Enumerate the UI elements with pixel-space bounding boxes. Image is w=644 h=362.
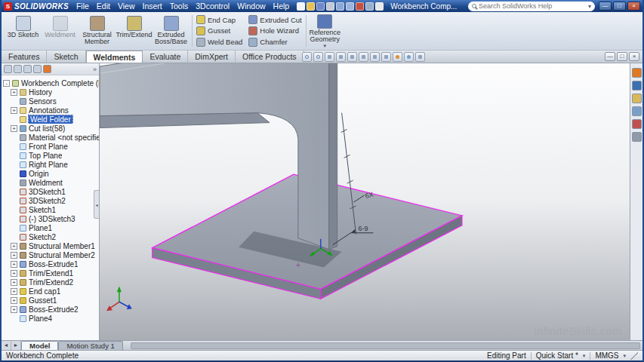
view-settings-icon[interactable] [415,52,425,62]
tree-item-gusset1[interactable]: +Gusset1 [2,296,99,305]
custom-properties-icon[interactable] [632,132,642,142]
expander-icon[interactable]: + [11,306,17,313]
menu-file[interactable]: File [72,1,93,11]
leg-side-face[interactable] [329,63,337,250]
expander-icon[interactable]: + [11,288,17,295]
search-box[interactable]: ▾ [468,2,595,11]
tree-item-annotations[interactable]: +Annotations [2,106,99,115]
tab-weldments[interactable]: Weldments [86,51,143,63]
menu-tools[interactable]: Tools [166,1,193,11]
search-input[interactable] [479,2,586,10]
tree-item-structural-member2[interactable]: +Structural Member2 [2,250,99,259]
tree-item-top-plane[interactable]: Top Plane [2,151,99,160]
tab-motion-study-1[interactable]: Motion Study 1 [58,341,122,350]
chevron-down-icon[interactable]: ▾ [324,43,327,49]
featuremanager-tab-icon[interactable] [4,65,12,73]
overflow-chevron[interactable]: » [93,66,97,73]
tree-item-right-plane[interactable]: Right Plane [2,160,99,169]
solidworks-resources-icon[interactable] [632,68,642,78]
expander-icon[interactable]: + [11,279,17,286]
tab-office-products[interactable]: Office Products [236,51,304,63]
zoom-fit-icon[interactable] [302,52,312,62]
tree-item-sensors[interactable]: Sensors [2,97,99,106]
expander-icon[interactable]: + [11,261,17,268]
help-icon[interactable] [375,2,384,11]
ribbon-button-structural-member[interactable]: Structural Member [79,14,115,48]
tree-item-plane4[interactable]: Plane4 [2,314,99,323]
tab-scroll-left-button[interactable]: ◄ [2,341,11,350]
menu-insert[interactable]: Insert [138,1,165,11]
print-icon[interactable] [326,2,334,11]
menu-window[interactable]: Window [233,1,269,11]
menu-edit[interactable]: Edit [93,1,114,11]
displaymanager-tab-icon[interactable] [43,65,51,73]
tree-item-boss-extrude2[interactable]: +Boss-Extrude2 [2,305,99,314]
tree-item-structural-member1[interactable]: +Structural Member1 [2,241,99,250]
ribbon-button-weldment[interactable]: Weldment [42,14,78,48]
tree-item-3dsketch1[interactable]: 3DSketch1 [2,187,99,196]
tree-item-sketch1[interactable]: Sketch1 [2,205,99,214]
tab-dimxpert[interactable]: DimXpert [188,51,236,63]
display-style-icon[interactable] [370,52,380,62]
ribbon-button-weld-bead[interactable]: Weld Bead [196,38,242,47]
save-icon[interactable] [316,2,325,11]
new-icon[interactable] [297,2,305,11]
close-document-button[interactable]: × [629,52,639,61]
chevron-down-icon[interactable]: ▾ [583,353,586,359]
section-view-icon[interactable] [347,52,357,62]
pan-icon[interactable] [325,52,334,62]
ribbon-button-chamfer[interactable]: Chamfer [248,38,301,47]
expander-icon[interactable]: + [11,243,17,250]
hide-show-icon[interactable] [381,52,391,62]
viewport[interactable]: 6X 6-9 [100,63,630,340]
previous-view-icon[interactable] [336,52,346,62]
menu-help[interactable]: Help [270,1,294,11]
status-quick-start[interactable]: Quick Start * [536,351,578,360]
ribbon-button-3d-sketch[interactable]: 3D Sketch [5,14,41,48]
rebuild-icon[interactable] [356,2,364,11]
tree-item-3dsketch3[interactable]: (-) 3DSketch3 [2,214,99,223]
tree-item-3dsketch2[interactable]: 3DSketch2 [2,196,99,205]
expander-icon[interactable]: + [11,125,17,132]
tab-scroll-right-button[interactable]: ► [11,341,21,350]
maximize-button[interactable]: □ [613,2,626,11]
view-orientation-icon[interactable] [359,52,368,62]
tab-model[interactable]: Model [21,341,58,350]
tree-item-material-not-specified[interactable]: Material <not specified> [2,133,99,142]
expander-icon[interactable]: + [11,270,17,277]
resize-grip[interactable] [630,352,638,360]
ribbon-button-trim-extend[interactable]: Trim/Extend [116,14,152,48]
file-explorer-icon[interactable] [632,94,642,103]
panel-collapse-handle[interactable]: ◂ [94,190,99,219]
ribbon-button-extruded-boss-base[interactable]: Extruded Boss/Base [153,14,189,48]
tab-evaluate[interactable]: Evaluate [143,51,188,63]
edit-appearance-icon[interactable] [393,52,402,62]
close-button[interactable]: × [627,2,640,11]
menu-view[interactable]: View [114,1,139,11]
expander-icon[interactable]: - [3,80,10,87]
apply-scene-icon[interactable] [404,52,414,62]
tree-item-boss-extrude1[interactable]: +Boss-Extrude1 [2,259,99,268]
tree-item-trim-extend1[interactable]: +Trim/Extend1 [2,268,99,278]
configurationmanager-tab-icon[interactable] [23,65,32,73]
zoom-area-icon[interactable] [313,52,323,62]
ribbon-button-gusset[interactable]: Gusset [196,26,242,35]
ribbon-button-hole-wizard[interactable]: Hole Wizard [248,26,301,35]
restore-document-button[interactable]: □ [617,52,627,61]
tree-item-cut-list-58[interactable]: +Cut list(58) [2,124,99,133]
tree-item-weldment[interactable]: Weldment [2,178,99,187]
menu-3dcontrol[interactable]: 3Dcontrol [192,1,233,11]
redo-icon[interactable] [346,2,354,11]
tree-item-sketch2[interactable]: Sketch2 [2,232,99,241]
tree-item-workbench-complete-defau[interactable]: -Workbench Complete (Defau [2,78,99,87]
propertymanager-tab-icon[interactable] [14,65,22,73]
expander-icon[interactable]: + [11,297,17,304]
view-palette-icon[interactable] [632,106,642,116]
tree-item-plane1[interactable]: Plane1 [2,223,99,232]
tree-item-history[interactable]: +History [2,87,99,97]
ribbon-button-extruded-cut[interactable]: Extruded Cut [248,15,301,24]
ribbon-button-end-cap[interactable]: End Cap [196,15,242,24]
tree-item-front-plane[interactable]: Front Plane [2,142,99,151]
chevron-down-icon[interactable]: ▾ [623,353,626,359]
dimxpertmanager-tab-icon[interactable] [33,65,42,73]
